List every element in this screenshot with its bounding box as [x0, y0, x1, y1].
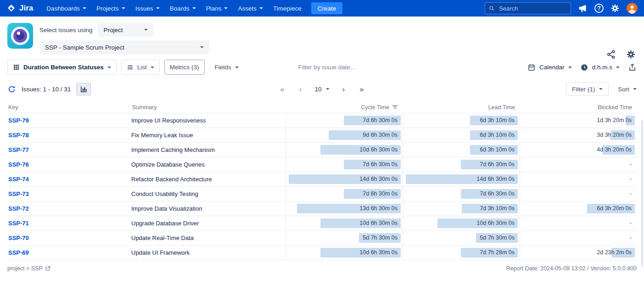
filter-lines-icon[interactable]: [392, 104, 398, 110]
duration-value: 4d 3h 20m 0s: [597, 143, 632, 157]
duration-cell-cycle: 7d 6h 30m 0s: [286, 157, 403, 172]
chevron-down-icon: [192, 7, 196, 9]
jql-text: project = SSP: [7, 265, 43, 272]
view-mode-label: List: [137, 64, 147, 71]
issue-key-cell: SSP-72: [7, 205, 131, 212]
nav-label: Timepiece: [273, 5, 302, 12]
navbar-search: [485, 2, 571, 14]
announcement-icon[interactable]: [578, 4, 588, 13]
search-input[interactable]: [498, 5, 567, 12]
nav-assets[interactable]: Assets: [233, 0, 268, 17]
issue-key-link[interactable]: SSP-74: [8, 176, 29, 183]
nav-issues[interactable]: Issues: [130, 0, 165, 17]
duration-cell-blocked: -: [520, 157, 637, 172]
issue-summary: Refactor Backend Architecture: [131, 176, 286, 183]
export-icon[interactable]: [628, 63, 637, 72]
prev-page-button[interactable]: ‹: [297, 84, 304, 94]
chevron-down-icon: [156, 7, 160, 9]
nav-dashboards[interactable]: Dashboards: [41, 0, 91, 17]
column-header-key: Key: [7, 104, 131, 111]
duration-value: 6d 3h 10m 0s: [480, 128, 515, 142]
issue-source-mode-select[interactable]: Project: [98, 23, 153, 37]
table-row: SSP-71Upgrade Database Driver10d 6h 30m …: [7, 216, 637, 231]
issues-bar: Issues: 1 - 10 / 31 « ‹ 10 › » Filter (1…: [0, 79, 644, 101]
nav-projects[interactable]: Projects: [91, 0, 130, 17]
metrics-label: Metrics (3): [170, 64, 199, 71]
column-header-blocked-time: Blocked Time: [520, 104, 637, 111]
issue-key-link[interactable]: SSP-70: [8, 235, 29, 241]
chevron-down-icon: [224, 7, 228, 9]
issue-key-link[interactable]: SSP-79: [8, 117, 29, 124]
duration-value: 7d 7h 28m 0s: [480, 246, 515, 260]
first-page-button[interactable]: «: [278, 84, 286, 94]
filter-button[interactable]: Filter (1): [566, 82, 609, 96]
report-type-select[interactable]: Duration Between Statuses: [7, 60, 117, 75]
issues-count-label: Issues: 1 - 10 / 31: [22, 86, 71, 93]
next-page-button[interactable]: ›: [341, 84, 347, 94]
create-button[interactable]: Create: [311, 2, 343, 14]
duration-value: -: [630, 216, 632, 230]
duration-value: -: [630, 157, 632, 172]
issue-summary: Fix Memory Leak Issue: [131, 132, 286, 139]
chevron-down-icon: [83, 7, 86, 9]
duration-cell-lead: 7d 7h 28m 0s: [403, 246, 520, 260]
gear-icon[interactable]: [610, 4, 620, 13]
issue-key-link[interactable]: SSP-77: [8, 146, 29, 153]
project-select[interactable]: SSP - Sample Scrum Project: [39, 40, 209, 54]
issue-key-cell: SSP-76: [7, 161, 131, 168]
toolbar-right: Calendar d.h.m.s: [527, 60, 637, 75]
report-toolbar: Duration Between Statuses List Metrics (…: [0, 57, 644, 79]
chart-view-button[interactable]: [76, 83, 91, 95]
nav-timepiece[interactable]: Timepiece: [268, 0, 307, 17]
duration-cell-cycle: 9d 6h 30m 0s: [286, 128, 403, 142]
issue-summary: Update UI Framework: [131, 249, 286, 256]
duration-cell-lead: 6d 3h 10m 0s: [403, 113, 520, 128]
jira-home-link[interactable]: Jira: [6, 4, 33, 13]
calendar-select[interactable]: Calendar: [527, 60, 572, 75]
timepiece-app-icon: [7, 23, 33, 49]
issue-key-link[interactable]: SSP-76: [8, 161, 29, 168]
issue-key-cell: SSP-69: [7, 249, 131, 256]
chevron-down-icon: [151, 67, 154, 68]
issues-bar-right: Filter (1) Sort: [566, 82, 637, 96]
duration-cell-cycle: 14d 6h 30m 0s: [286, 172, 403, 186]
duration-value: 7d 6h 30m 0s: [480, 187, 515, 201]
issue-key-link[interactable]: SSP-72: [8, 205, 29, 212]
issue-date-filter-input[interactable]: [267, 63, 386, 71]
metrics-button[interactable]: Metrics (3): [164, 60, 205, 75]
issue-key-link[interactable]: SSP-73: [8, 190, 29, 197]
sort-button[interactable]: Sort: [618, 86, 637, 93]
report-header: Select issues using Project SSP - Sample…: [0, 17, 644, 57]
duration-value: 6d 3h 10m 0s: [480, 143, 515, 157]
user-avatar[interactable]: [627, 3, 638, 14]
issue-key-cell: SSP-79: [7, 117, 131, 124]
issue-key-link[interactable]: SSP-71: [8, 220, 29, 227]
list-icon: [127, 64, 134, 71]
issue-key-cell: SSP-71: [7, 220, 131, 227]
issues-bar-left: Issues: 1 - 10 / 31: [7, 83, 91, 95]
last-page-button[interactable]: »: [358, 84, 365, 94]
duration-cell-blocked: 3d 3h 20m 0s: [520, 128, 637, 142]
duration-cell-blocked: -: [520, 231, 637, 245]
view-mode-select[interactable]: List: [121, 60, 160, 75]
duration-cell-lead: 7d 6h 30m 0s: [403, 187, 520, 201]
nav-plans[interactable]: Plans: [201, 0, 233, 17]
duration-cell-cycle: 10d 6h 30m 0s: [286, 246, 403, 260]
time-units-select[interactable]: d.h.m.s: [580, 60, 620, 75]
issue-key-link[interactable]: SSP-78: [8, 132, 29, 139]
page-size-select[interactable]: 10: [314, 86, 329, 93]
refresh-icon[interactable]: [7, 85, 16, 94]
issue-key-link[interactable]: SSP-69: [8, 249, 29, 256]
fields-select[interactable]: Fields: [209, 60, 244, 75]
nav-label: Assets: [238, 5, 257, 12]
help-icon[interactable]: ?: [594, 4, 604, 13]
duration-value: 9d 6h 30m 0s: [363, 128, 398, 142]
jira-logo-icon: [6, 4, 16, 13]
scrollbar[interactable]: [641, 120, 643, 266]
table-row: SSP-74Refactor Backend Architecture14d 6…: [7, 172, 637, 187]
chevron-down-icon: [122, 7, 125, 9]
issue-table: Key Summary Cycle Time Lead Time Blocked…: [7, 101, 637, 260]
nav-boards[interactable]: Boards: [165, 0, 201, 17]
table-row: SSP-73Conduct Usability Testing7d 6h 30m…: [7, 187, 637, 201]
jql-link[interactable]: project = SSP: [7, 265, 50, 272]
